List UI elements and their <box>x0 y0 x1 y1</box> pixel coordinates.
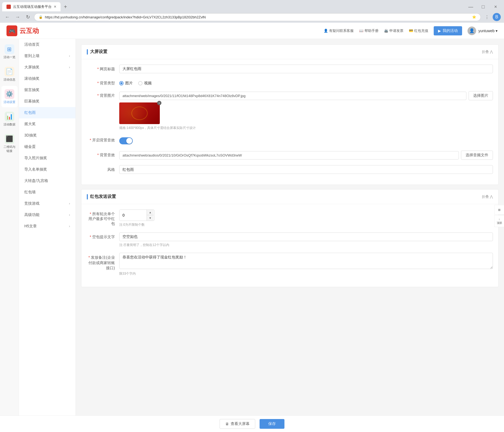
sidebar-item-wheel[interactable]: 大转盘/九宫格 <box>19 175 75 187</box>
page-title-label: 网页标题 <box>87 65 119 72</box>
sidebar-item-sports[interactable]: 竞技游戏 › <box>19 198 75 209</box>
empty-tip-label: 空包提示文字 <box>87 232 119 240</box>
preview-image-close-btn[interactable]: × <box>157 101 161 105</box>
back-btn[interactable]: ← <box>3 13 11 21</box>
sidebar-item-scroll-lottery[interactable]: 滚动抽奖 <box>19 73 75 84</box>
sidebar-item-list-lottery[interactable]: 导入名单抽奖 <box>19 164 75 175</box>
chevron-icon: › <box>69 202 70 205</box>
nav-activity-info[interactable]: 📄 活动信息 <box>1 64 18 85</box>
activity-overview-icon: ⊞ <box>5 44 14 54</box>
sidebar-item-h5[interactable]: H5文章 › <box>19 221 75 232</box>
browser-settings-btn[interactable]: ⋮ <box>483 13 491 21</box>
window-controls: — □ × <box>465 2 502 11</box>
user-area[interactable]: 👤 yuntuweb ▾ <box>467 26 498 35</box>
sidebar-item-bigscreen-lottery[interactable]: 大屏抽奖 › <box>19 62 75 73</box>
view-bigscreen-btn[interactable]: 🖥 查看大屏幕 <box>220 419 255 429</box>
nav-activity-overview[interactable]: ⊞ 活动一览 <box>1 41 18 62</box>
nav-activity-settings[interactable]: ⚙️ 活动设置 <box>1 86 18 107</box>
sidebar-item-3d-lottery[interactable]: 3D抽奖 <box>19 130 75 141</box>
logo-icon: 🎮 <box>6 25 17 36</box>
toggle-thumb <box>126 138 132 144</box>
close-btn[interactable]: × <box>489 2 502 11</box>
redpack-settings-section: 红包发送设置 折叠 ⋀ 所有轮次单个用户最多可中红包 <box>81 189 499 287</box>
customer-service-link[interactable]: 👤 有疑问联系客服 <box>324 28 354 33</box>
choose-image-btn[interactable]: 选择图片 <box>469 91 493 100</box>
bg-image-hint: 规格:1400*800px，具体尺寸需结合屏幕实际尺寸设计 <box>119 126 493 130</box>
username: yuntuweb ▾ <box>478 29 498 33</box>
spin-up-btn[interactable]: ▲ <box>147 210 154 215</box>
max-per-user-content: ▲ ▼ 注:0为不限制个数 <box>119 210 493 227</box>
new-tab-btn[interactable]: + <box>62 3 69 11</box>
redpack-settings-title: 红包发送设置 <box>87 194 116 200</box>
sidebar-item-checkin[interactable]: 签到上墙 › <box>19 50 75 62</box>
page-title-content <box>119 65 493 73</box>
dispatch-note-textarea[interactable]: 恭喜您在活动中获得了现金红包奖励！ <box>119 253 493 269</box>
sidebar-item-shake[interactable]: 摇大奖 <box>19 118 75 130</box>
nav-activity-data[interactable]: 📊 活动数据 <box>1 108 18 130</box>
form-row-bg-sound-file: 背景音效 选择音频文件 <box>87 151 493 160</box>
help-icon: 📖 <box>359 29 363 33</box>
invoice-icon: 🖨️ <box>384 29 388 33</box>
logo-text: 云互动 <box>19 26 39 35</box>
minimize-btn[interactable]: — <box>465 2 477 11</box>
footer-bar: 🖥 查看大屏幕 保存 <box>0 416 504 432</box>
activity-data-label: 活动数据 <box>4 122 15 127</box>
tab-close-btn[interactable]: × <box>54 5 56 9</box>
sidebar-item-message-lottery[interactable]: 留言抽奖 <box>19 84 75 96</box>
active-tab[interactable]: 云互动现场互动服务平台 × <box>2 2 61 11</box>
number-spinners: ▲ ▼ <box>147 210 154 221</box>
bg-image-label: 背景图片 <box>87 91 119 98</box>
recharge-icon: 💳 <box>409 29 413 33</box>
sidebar-item-advanced[interactable]: 高级功能 › <box>19 209 75 221</box>
sidebar-item-giant-lottery[interactable]: 巨幕抽奖 <box>19 96 75 107</box>
activity-data-icon: 📊 <box>5 112 14 121</box>
quick-action-top[interactable]: ↑顶部 <box>494 215 504 227</box>
form-row-dispatch-note: 发放备注(企业付款或商家转账接口) 恭喜您在活动中获得了现金红包奖励！ 限33个… <box>87 253 493 276</box>
sidebar-item-photo-lottery[interactable]: 导入照片抽奖 <box>19 152 75 164</box>
screen-settings-body: 网页标题 背景类型 图片 <box>81 59 498 185</box>
quick-action-grid[interactable]: ⊞ <box>494 205 504 215</box>
sidebar-item-home[interactable]: 活动首页 <box>19 39 75 50</box>
activity-settings-label: 活动设置 <box>4 100 15 104</box>
maximize-btn[interactable]: □ <box>477 2 489 11</box>
recharge-link[interactable]: 💳 红包充值 <box>409 28 428 33</box>
sidebar-item-redpack-wall[interactable]: 红包墙 <box>19 187 75 198</box>
bg-type-image-option[interactable]: 图片 <box>119 81 133 86</box>
choose-audio-btn[interactable]: 选择音频文件 <box>461 151 493 160</box>
my-activity-btn[interactable]: ▶ 我的活动 <box>434 26 462 35</box>
app-header: 🎮 云互动 👤 有疑问联系客服 📖 帮助手册 🖨️ 申请发票 💳 红包充值 ▶ … <box>0 23 504 39</box>
bg-image-path-input[interactable] <box>119 92 466 100</box>
bg-type-video-option[interactable]: 视频 <box>138 81 152 86</box>
invoice-link[interactable]: 🖨️ 申请发票 <box>384 28 403 33</box>
customer-service-icon: 👤 <box>324 29 328 33</box>
page-title-input[interactable] <box>119 65 493 73</box>
dispatch-note-label: 发放备注(企业付款或商家转账接口) <box>87 253 119 271</box>
max-per-user-input[interactable] <box>120 210 147 221</box>
bg-sound-path-input[interactable] <box>119 151 459 159</box>
max-per-user-hint: 注:0为不限制个数 <box>119 222 493 227</box>
spin-down-btn[interactable]: ▼ <box>147 215 154 221</box>
radio-image-circle <box>119 81 124 85</box>
empty-tip-input[interactable] <box>119 232 493 241</box>
form-row-bg-sound-toggle: 开启背景音效 <box>87 136 493 145</box>
redpack-settings-collapse[interactable]: 折叠 ⋀ <box>482 194 493 199</box>
sidebar-item-redpack[interactable]: 红包雨 <box>19 107 75 118</box>
chevron-icon: › <box>69 65 70 69</box>
tab-bar: 云互动现场互动服务平台 × + — □ × <box>0 0 504 11</box>
refresh-btn[interactable]: ↻ <box>24 13 32 21</box>
bg-sound-toggle[interactable] <box>119 137 133 144</box>
address-bar[interactable]: 🔒 https://hd.yunhudong.cn/hdmanage/confi… <box>34 13 481 21</box>
style-select[interactable]: 红包雨 <box>119 165 493 174</box>
chevron-icon: › <box>69 213 70 217</box>
radio-video-circle <box>138 81 142 85</box>
forward-btn[interactable]: → <box>14 13 22 21</box>
collapse-icon-2: ⋀ <box>490 195 493 199</box>
screen-settings-collapse[interactable]: 折叠 ⋀ <box>482 49 493 54</box>
help-manual-link[interactable]: 📖 帮助手册 <box>359 28 379 33</box>
qrcode-icon: ⬛ <box>5 134 14 144</box>
nav-qrcode-link[interactable]: ⬛ 二维码与链接 <box>1 131 18 156</box>
save-btn[interactable]: 保存 <box>260 419 284 429</box>
header-nav: 👤 有疑问联系客服 📖 帮助手册 🖨️ 申请发票 💳 红包充值 ▶ 我的活动 👤… <box>324 26 498 35</box>
browser-extension-btn[interactable]: B <box>493 13 501 21</box>
sidebar-item-egg[interactable]: 碰金蛋 <box>19 141 75 152</box>
